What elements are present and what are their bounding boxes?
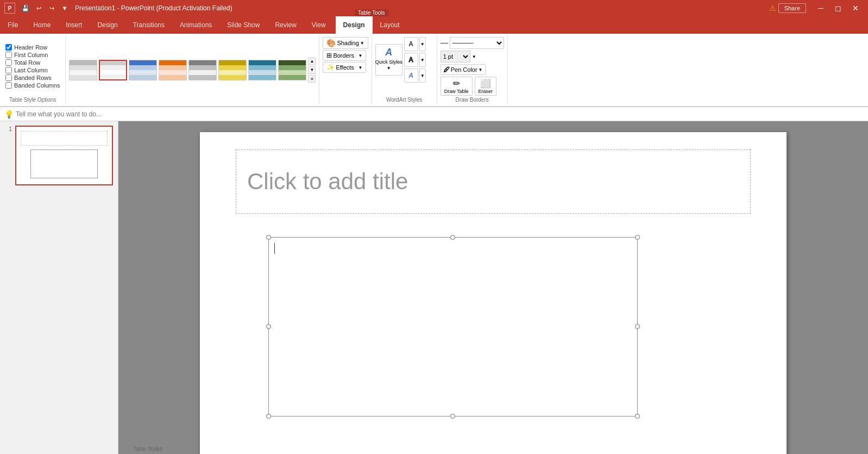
first-column-checkbox[interactable] <box>5 52 12 58</box>
banded-rows-checkbox[interactable] <box>5 74 12 81</box>
tab-file[interactable]: File <box>0 16 26 34</box>
text-fill-button[interactable]: A <box>404 37 418 51</box>
draw-table-icon: ✏ <box>453 78 460 89</box>
save-qat-button[interactable]: 💾 <box>20 2 32 14</box>
eraser-icon: ⬜ <box>480 78 491 89</box>
table-style-swatch-lines2[interactable] <box>99 60 127 80</box>
text-outline-dropdown[interactable]: ▼ <box>419 53 426 67</box>
shading-button[interactable]: 🎨 Shading ▼ <box>323 37 368 49</box>
minimize-button[interactable]: ─ <box>813 0 829 16</box>
shading-icon: 🎨 <box>326 39 336 47</box>
close-button[interactable]: ✕ <box>847 0 864 16</box>
borders-button[interactable]: ⊞ Borders ▼ <box>323 50 366 61</box>
pen-style-select[interactable]: ───── - - - - · · · · <box>450 37 504 49</box>
table-style-options-label: Table Style Options <box>3 96 62 103</box>
draw-eraser-row: ✏ Draw Table ⬜ Eraser <box>441 77 496 96</box>
table-tools-label: Table Tools <box>355 9 388 16</box>
table-style-options-group: Header Row First Column Total Row Last C… <box>0 36 66 104</box>
table-style-options-content: Header Row First Column Total Row Last C… <box>3 37 62 96</box>
restore-button[interactable]: ◻ <box>830 0 846 16</box>
handle-middle-right[interactable] <box>635 324 640 329</box>
tab-animations[interactable]: Animations <box>172 16 219 34</box>
tab-slideshow[interactable]: Slide Show <box>219 16 267 34</box>
wordart-group-content: A Quick Styles ▼ A ▼ A ▼ A ▼ <box>375 37 433 96</box>
text-outline-button[interactable]: A <box>404 53 418 67</box>
style-scroll-up[interactable]: ▲ <box>308 58 316 65</box>
customize-qat-button[interactable]: ▼ <box>59 2 71 14</box>
eraser-button[interactable]: ⬜ Eraser <box>475 77 497 96</box>
table-style-swatch-green[interactable] <box>278 60 306 80</box>
ribbon-content: Header Row First Column Total Row Last C… <box>0 34 868 107</box>
table-tools-group: Table Tools Design Layout <box>336 9 407 34</box>
total-row-option: Total Row <box>5 59 60 66</box>
ribbon-tabs: File Home Insert Design Transitions Anim… <box>0 16 334 34</box>
first-column-label: First Column <box>14 52 48 58</box>
style-scroll-buttons: ▲ ▼ ≡ <box>308 58 316 83</box>
header-row-option: Header Row <box>5 44 60 51</box>
first-column-option: First Column <box>5 52 60 58</box>
undo-qat-button[interactable]: ↩ <box>33 2 45 14</box>
borders-label: Borders <box>333 52 354 59</box>
table-style-swatch-gray[interactable] <box>188 60 217 80</box>
tab-home[interactable]: Home <box>26 16 58 34</box>
tab-design[interactable]: Design <box>90 16 125 34</box>
tell-me-bar: 💡 <box>0 107 868 121</box>
total-row-checkbox[interactable] <box>5 59 12 66</box>
tab-insert[interactable]: Insert <box>58 16 90 34</box>
handle-top-center[interactable] <box>450 235 455 240</box>
wordart-styles-group: A Quick Styles ▼ A ▼ A ▼ A ▼ <box>372 36 437 104</box>
pen-color-dropdown[interactable]: ▼ <box>479 67 483 72</box>
effects-icon: ✨ <box>326 64 335 71</box>
eraser-label: Eraser <box>479 89 493 94</box>
table-container[interactable] <box>268 237 638 416</box>
banded-columns-checkbox[interactable] <box>5 82 12 89</box>
effects-dropdown-icon[interactable]: ▼ <box>358 65 362 70</box>
title-placeholder[interactable]: Click to add title <box>236 150 751 214</box>
text-effects-dropdown[interactable]: ▼ <box>419 69 426 83</box>
pen-color-button[interactable]: 🖊 Pen Color ▼ <box>441 64 486 75</box>
tab-review[interactable]: Review <box>267 16 304 34</box>
handle-top-left[interactable] <box>266 235 271 240</box>
pen-color-icon: 🖊 <box>443 66 450 73</box>
pen-color-label: Pen Color <box>451 66 477 73</box>
shading-group-content: 🎨 Shading ▼ ⊞ Borders ▼ ✨ Effects ▼ <box>323 37 368 103</box>
last-column-checkbox[interactable] <box>5 67 12 73</box>
tab-transitions[interactable]: Transitions <box>125 16 172 34</box>
table-style-swatch-orange[interactable] <box>159 60 187 80</box>
tab-table-design[interactable]: Design <box>336 16 373 34</box>
handle-middle-left[interactable] <box>266 324 271 329</box>
shading-dropdown-icon[interactable]: ▼ <box>360 41 364 46</box>
header-row-checkbox[interactable] <box>5 44 12 51</box>
quick-styles-dropdown[interactable]: ▼ <box>387 66 391 71</box>
tab-table-layout[interactable]: Layout <box>373 16 407 34</box>
handle-top-right[interactable] <box>635 235 640 240</box>
effects-button[interactable]: ✨ Effects ▼ <box>323 62 366 73</box>
draw-table-button[interactable]: ✏ Draw Table <box>441 77 473 96</box>
table-style-swatch-teal[interactable] <box>248 60 276 80</box>
text-cursor <box>274 243 275 254</box>
style-scroll-down[interactable]: ▼ <box>308 66 316 74</box>
text-effects-button[interactable]: A <box>404 69 418 83</box>
quick-styles-button[interactable]: A Quick Styles ▼ <box>375 44 402 76</box>
quick-access-toolbar: 💾 ↩ ↪ ▼ <box>20 2 71 14</box>
pen-weight-select[interactable]: 1 pt ½ pt 1½ pt 2¼ pt 3 pt 4½ pt 6 pt <box>441 51 470 63</box>
table-styles-label: Table Styles <box>133 446 162 452</box>
style-more[interactable]: ≡ <box>308 75 316 83</box>
table-style-swatch-yellow[interactable] <box>218 60 247 80</box>
tab-view[interactable]: View <box>304 16 334 34</box>
handle-bottom-center[interactable] <box>450 414 455 419</box>
table-style-swatch-lines1[interactable] <box>69 60 97 80</box>
slide-thumbnail[interactable] <box>15 126 113 185</box>
redo-qat-button[interactable]: ↪ <box>46 2 58 14</box>
borders-dropdown-icon[interactable]: ▼ <box>358 53 362 58</box>
canvas-area[interactable]: Click to add title <box>118 121 868 454</box>
tell-me-input[interactable] <box>16 110 864 118</box>
handle-bottom-left[interactable] <box>266 414 271 419</box>
warning-icon: ⚠ <box>769 4 776 13</box>
shading-group: 🎨 Shading ▼ ⊞ Borders ▼ ✨ Effects ▼ <box>319 36 372 104</box>
handle-bottom-right[interactable] <box>635 414 640 419</box>
text-fill-dropdown[interactable]: ▼ <box>419 37 426 51</box>
pen-weight-dropdown[interactable]: ▼ <box>472 54 476 59</box>
share-button[interactable]: Share <box>778 3 806 13</box>
table-style-swatch-blue[interactable] <box>129 60 157 80</box>
